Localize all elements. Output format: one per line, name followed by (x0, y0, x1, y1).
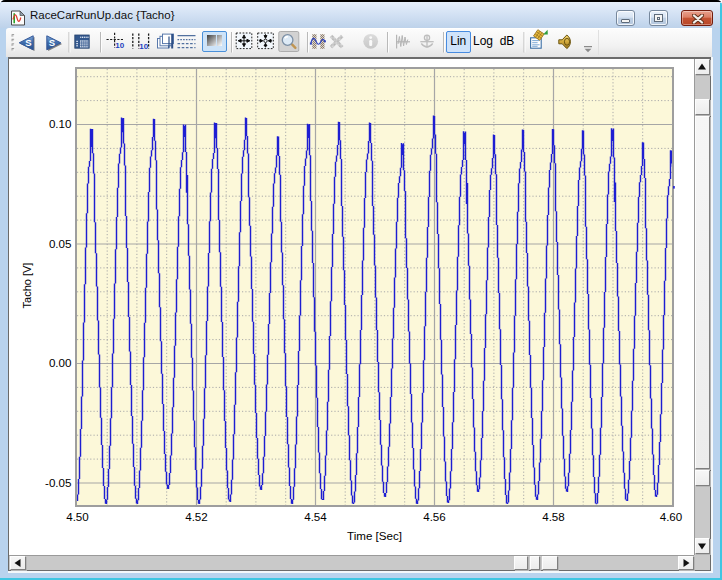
svg-text:4.60: 4.60 (660, 510, 683, 523)
svg-text:0.00: 0.00 (49, 356, 72, 369)
svg-text:Time [Sec]: Time [Sec] (347, 529, 402, 542)
svg-text:4.56: 4.56 (423, 510, 446, 523)
svg-text:4.58: 4.58 (542, 510, 565, 523)
svg-text:Tacho [V]: Tacho [V] (21, 263, 33, 309)
svg-text:-0.05: -0.05 (45, 476, 71, 489)
svg-text:0.05: 0.05 (49, 237, 72, 250)
svg-text:0.10: 0.10 (49, 117, 72, 130)
svg-text:4.54: 4.54 (304, 510, 327, 523)
svg-text:4.50: 4.50 (66, 510, 89, 523)
svg-text:4.52: 4.52 (185, 510, 208, 523)
